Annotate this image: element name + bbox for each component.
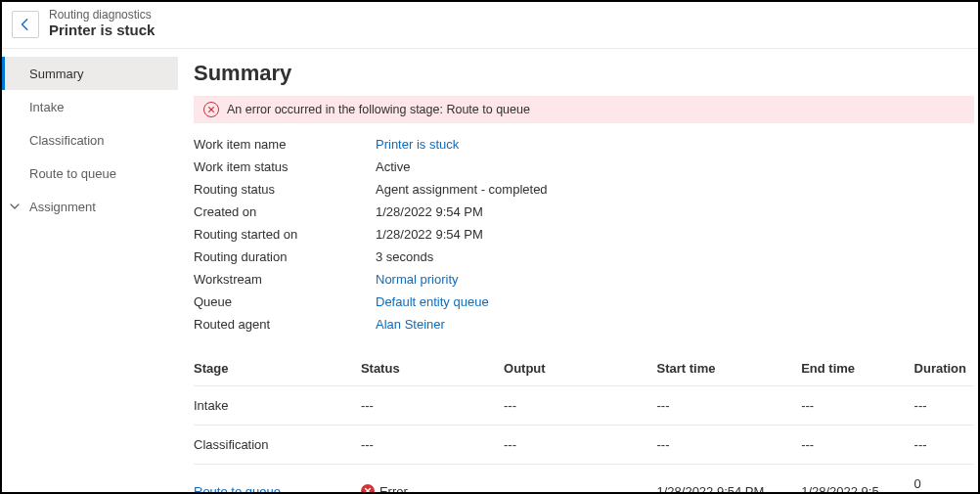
table-row: Intake--------------- (194, 386, 974, 426)
main-content: Summary An error occurred in the followi… (178, 49, 978, 492)
workstream-link[interactable]: Normal priority (376, 272, 459, 287)
output-text: --- (504, 465, 656, 493)
status-text: Error (379, 484, 408, 493)
stage-text: Classification (194, 437, 269, 452)
detail-label: Work item status (194, 159, 376, 174)
detail-value: 3 seconds (376, 249, 433, 264)
error-icon (361, 484, 375, 492)
detail-label: Routed agent (194, 317, 376, 332)
sidebar: Summary Intake Classification Route to q… (2, 49, 178, 492)
back-button[interactable] (12, 11, 39, 38)
breadcrumb: Routing diagnostics (49, 9, 155, 22)
detail-label: Created on (194, 204, 376, 219)
status-text: --- (361, 437, 374, 452)
detail-label: Workstream (194, 272, 376, 287)
output-text: --- (504, 386, 656, 426)
col-header-start[interactable]: Start time (657, 353, 802, 386)
col-header-output[interactable]: Output (504, 353, 656, 386)
detail-row-routing-started: Routing started on 1/28/2022 9:54 PM (194, 223, 974, 246)
detail-value: 1/28/2022 9:54 PM (376, 227, 483, 242)
sidebar-item-assignment[interactable]: Assignment (2, 190, 178, 223)
sidebar-item-label: Classification (29, 133, 105, 148)
duration-text: --- (914, 426, 974, 465)
section-title: Summary (194, 61, 974, 86)
start-time-text: 1/28/2022 9:54 PM (657, 465, 802, 493)
page-header: Routing diagnostics Printer is stuck (2, 2, 978, 49)
table-row: Classification--------------- (194, 426, 974, 465)
detail-label: Work item name (194, 137, 376, 152)
col-header-stage[interactable]: Stage (194, 353, 361, 386)
duration-text: --- (914, 386, 974, 426)
end-time-text: 1/28/2022 9:5… (801, 465, 913, 493)
sidebar-item-label: Route to queue (29, 166, 116, 181)
error-circle-icon (203, 102, 219, 117)
details-list: Work item name Printer is stuck Work ite… (194, 133, 974, 336)
sidebar-item-label: Assignment (29, 200, 96, 214)
sidebar-item-summary[interactable]: Summary (2, 57, 178, 90)
stage-link[interactable]: Route to queue (194, 484, 281, 493)
sidebar-item-intake[interactable]: Intake (2, 90, 178, 123)
col-header-duration[interactable]: Duration (914, 353, 974, 386)
stage-text: Intake (194, 398, 228, 413)
detail-label: Routing duration (194, 249, 376, 264)
detail-row-routing-status: Routing status Agent assignment - comple… (194, 178, 974, 201)
error-banner: An error occurred in the following stage… (194, 96, 974, 123)
detail-row-routed-agent: Routed agent Alan Steiner (194, 313, 974, 336)
detail-value: Active (376, 159, 410, 174)
detail-label: Queue (194, 294, 376, 309)
routed-agent-link[interactable]: Alan Steiner (376, 317, 445, 332)
error-banner-text: An error occurred in the following stage… (227, 103, 530, 116)
detail-row-routing-duration: Routing duration 3 seconds (194, 246, 974, 268)
sidebar-item-route-to-queue[interactable]: Route to queue (2, 157, 178, 190)
work-item-name-link[interactable]: Printer is stuck (376, 137, 459, 152)
output-text: --- (504, 426, 656, 465)
start-time-text: --- (657, 426, 802, 465)
sidebar-item-classification[interactable]: Classification (2, 123, 178, 157)
col-header-status[interactable]: Status (361, 353, 504, 386)
end-time-text: --- (801, 426, 913, 465)
status-cell: --- (361, 437, 496, 452)
header-titles: Routing diagnostics Printer is stuck (49, 9, 155, 39)
arrow-left-icon (19, 18, 32, 31)
end-time-text: --- (801, 386, 913, 426)
table-header-row: Stage Status Output Start time End time … (194, 353, 974, 386)
sidebar-item-label: Summary (29, 67, 84, 81)
detail-row-workstream: Workstream Normal priority (194, 268, 974, 291)
status-cell: Error (361, 484, 496, 493)
sidebar-item-label: Intake (29, 100, 64, 114)
duration-text: 0 seconds (914, 465, 974, 493)
col-header-end[interactable]: End time (801, 353, 913, 386)
detail-row-created-on: Created on 1/28/2022 9:54 PM (194, 201, 974, 223)
detail-value: 1/28/2022 9:54 PM (376, 204, 483, 219)
chevron-down-icon (10, 202, 20, 211)
detail-row-work-item-name: Work item name Printer is stuck (194, 133, 974, 156)
status-text: --- (361, 398, 374, 413)
table-row: Route to queueError---1/28/2022 9:54 PM1… (194, 465, 974, 493)
detail-label: Routing started on (194, 227, 376, 242)
detail-row-work-item-status: Work item status Active (194, 156, 974, 178)
queue-link[interactable]: Default entity queue (376, 294, 489, 309)
page-title: Printer is stuck (49, 22, 155, 39)
detail-row-queue: Queue Default entity queue (194, 291, 974, 313)
detail-label: Routing status (194, 182, 376, 197)
status-cell: --- (361, 398, 496, 413)
stages-table: Stage Status Output Start time End time … (194, 353, 974, 492)
start-time-text: --- (657, 386, 802, 426)
detail-value: Agent assignment - completed (376, 182, 548, 197)
